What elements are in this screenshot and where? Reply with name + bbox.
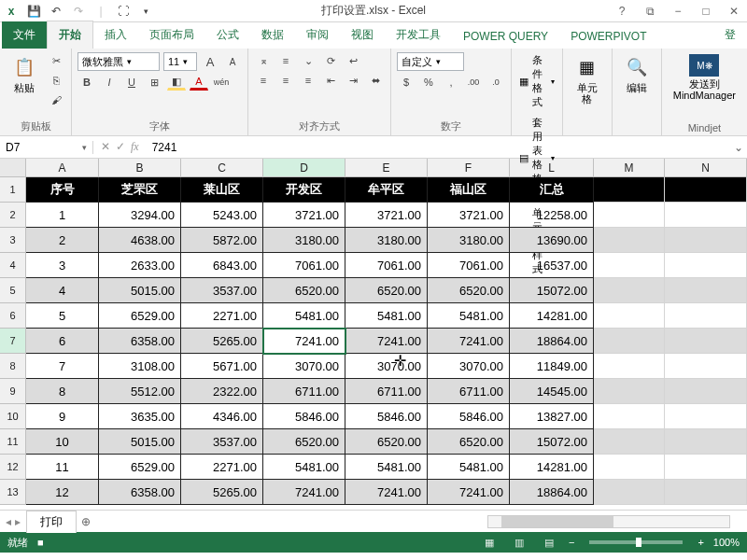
cell[interactable]: 1 [26,203,99,228]
cell[interactable]: 5481.00 [263,455,345,480]
cell-empty[interactable] [594,278,665,303]
redo-icon[interactable]: ↷ [71,4,86,19]
cell[interactable]: 2 [26,228,99,253]
cell-empty[interactable] [665,228,747,253]
row-header[interactable]: 8 [0,354,26,379]
cell[interactable]: 3108.00 [99,354,181,379]
align-bottom-icon[interactable]: ⌄ [299,52,317,69]
help-icon[interactable]: ? [613,5,631,18]
cell[interactable]: 5265.00 [181,480,263,505]
cell-empty[interactable] [594,354,665,379]
border-button[interactable]: ⊞ [145,74,163,91]
cell[interactable]: 11849.00 [510,354,594,379]
cell[interactable]: 12258.00 [510,203,594,228]
cell[interactable]: 5481.00 [345,303,428,329]
cell[interactable]: 16537.00 [510,253,594,278]
cell[interactable]: 4638.00 [99,228,181,253]
tab-data[interactable]: 数据 [250,21,295,49]
table-header-cell[interactable]: 序号 [26,177,99,203]
cell[interactable]: 2271.00 [181,303,263,329]
fx-icon[interactable]: fx [131,140,139,154]
cell[interactable]: 5846.00 [428,404,510,429]
cell-empty[interactable] [594,203,665,228]
cell-empty[interactable] [594,404,665,429]
cell[interactable]: 6711.00 [263,379,345,404]
tab-powerpivot[interactable]: POWERPIVOT [559,24,657,49]
cell[interactable]: 3721.00 [428,203,510,228]
col-header-A[interactable]: A [26,159,99,176]
comma-icon[interactable]: , [442,74,460,91]
cell-empty[interactable] [594,379,665,404]
orientation-icon[interactable]: ⟳ [321,52,340,69]
cell[interactable]: 6520.00 [428,429,510,455]
cell[interactable]: 5512.00 [99,379,181,404]
copy-icon[interactable]: ⎘ [47,72,65,89]
cell-empty[interactable] [594,177,665,203]
table-header-cell[interactable]: 芝罘区 [99,177,181,203]
table-header-cell[interactable]: 莱山区 [181,177,263,203]
grow-font-icon[interactable]: A [201,53,219,70]
page-break-view-icon[interactable]: ▤ [539,537,559,549]
minimize-icon[interactable]: − [669,5,687,18]
cell-empty[interactable] [594,429,665,455]
cell-empty[interactable] [665,253,747,278]
cell[interactable]: 2271.00 [181,455,263,480]
cell[interactable]: 10 [26,429,99,455]
font-size-combo[interactable]: 11▾ [163,52,197,71]
cell[interactable]: 6711.00 [428,379,510,404]
cell[interactable]: 2633.00 [99,253,181,278]
cell[interactable]: 2322.00 [181,379,263,404]
cell[interactable]: 3 [26,253,99,278]
cell-empty[interactable] [665,303,747,329]
tab-insert[interactable]: 插入 [93,21,138,49]
tab-home[interactable]: 开始 [47,21,93,49]
table-header-cell[interactable]: 福山区 [428,177,510,203]
tab-powerquery[interactable]: POWER QUERY [452,24,559,49]
cell[interactable]: 5481.00 [345,455,428,480]
tab-layout[interactable]: 页面布局 [138,21,205,49]
format-painter-icon[interactable]: 🖌 [47,91,65,108]
cell-empty[interactable] [665,480,747,505]
increase-decimal-icon[interactable]: .00 [464,74,483,91]
col-header-D[interactable]: D [263,159,345,176]
cell[interactable]: 7061.00 [345,253,428,278]
cell[interactable]: 15072.00 [510,429,594,455]
cell[interactable]: 5671.00 [181,354,263,379]
number-format-combo[interactable]: 自定义▾ [397,52,464,71]
enter-formula-icon[interactable]: ✓ [116,140,125,154]
bold-button[interactable]: B [78,74,96,91]
cell[interactable]: 14281.00 [510,455,594,480]
cell[interactable]: 4346.00 [181,404,263,429]
align-right-icon[interactable]: ≡ [299,72,317,89]
cell[interactable]: 3070.00 [345,354,428,379]
cell[interactable]: 18864.00 [510,329,594,354]
cell[interactable]: 9 [26,404,99,429]
spreadsheet-grid[interactable]: ✛ 1序号芝罘区莱山区开发区牟平区福山区汇总213294.005243.0037… [0,177,747,510]
row-header[interactable]: 3 [0,228,26,253]
maximize-icon[interactable]: □ [697,5,715,18]
sheet-tab[interactable]: 打印 [26,511,77,533]
tab-developer[interactable]: 开发工具 [385,21,452,49]
tab-review[interactable]: 审阅 [295,21,340,49]
cell-empty[interactable] [665,278,747,303]
percent-icon[interactable]: % [419,74,438,91]
cell[interactable]: 5481.00 [428,303,510,329]
zoom-slider[interactable] [589,540,683,544]
cell-empty[interactable] [594,480,665,505]
indent-increase-icon[interactable]: ⇥ [344,72,362,89]
cell[interactable]: 3180.00 [428,228,510,253]
cell[interactable]: 3537.00 [181,278,263,303]
sheet-nav-last-icon[interactable]: ▸ [15,515,21,528]
touch-mode-icon[interactable]: ⛶ [116,4,131,19]
cell[interactable]: 4 [26,278,99,303]
font-name-combo[interactable]: 微软雅黑▾ [78,52,160,71]
undo-icon[interactable]: ↶ [49,4,63,19]
cell[interactable]: 14545.00 [510,379,594,404]
table-header-cell[interactable]: 开发区 [263,177,345,203]
cell[interactable]: 3635.00 [99,404,181,429]
cell[interactable]: 6520.00 [345,278,428,303]
cell[interactable]: 7241.00 [345,329,428,354]
underline-button[interactable]: U [122,74,141,91]
send-to-mindmanager-button[interactable]: M❋ 发送到 MindManager [668,52,741,103]
fill-color-button[interactable]: ◧ [167,74,186,91]
